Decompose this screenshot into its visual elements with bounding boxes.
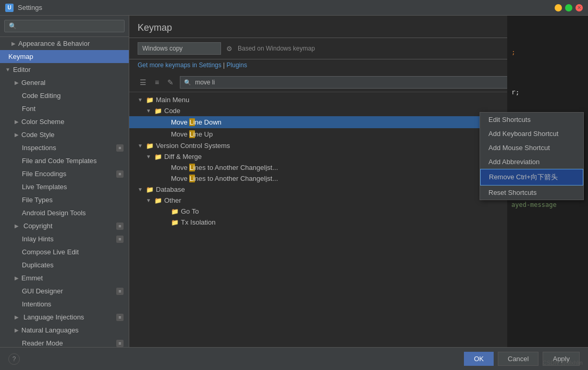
close-button[interactable]: ✕	[575, 4, 583, 11]
sidebar-item-label: File Encodings	[22, 170, 66, 178]
highlight-li: Li	[189, 118, 194, 126]
arrow-icon: ▶	[15, 327, 19, 333]
sidebar-item-label: Inlay Hints	[22, 235, 54, 243]
sidebar-item-duplicates[interactable]: Duplicates	[0, 258, 129, 272]
sidebar-item-compose-live-edit[interactable]: Compose Live Edit	[0, 245, 129, 258]
sidebar-item-inspections[interactable]: Inspections ≡	[0, 141, 129, 154]
sidebar-item-color-scheme[interactable]: ▶ Color Scheme	[0, 115, 129, 128]
sidebar-item-android-design-tools[interactable]: Android Design Tools	[0, 206, 129, 219]
inlay-hints-badge: ≡	[116, 236, 124, 243]
toggle-icon: ▼	[146, 198, 154, 203]
search-help-button[interactable]: ?	[569, 77, 580, 88]
keymap-based-on-label: Based on Windows keymap	[238, 45, 315, 52]
sidebar-item-label: Code Style	[21, 131, 55, 139]
sidebar-item-code-style[interactable]: ▶ Code Style	[0, 128, 129, 141]
toggle-icon: ▼	[138, 143, 146, 149]
sidebar-item-label: GUI Designer	[22, 287, 63, 295]
sidebar-item-file-types[interactable]: File Types	[0, 193, 129, 206]
sidebar-item-label: Reader Mode	[22, 339, 63, 347]
sidebar-item-label: Keymap	[8, 53, 33, 60]
tree-item-go-to[interactable]: 📁 Go To	[129, 206, 588, 217]
nav-arrows: ← →	[553, 22, 580, 33]
forward-button[interactable]: →	[567, 22, 580, 33]
sidebar-item-code-editing[interactable]: Code Editing	[0, 89, 129, 102]
apply-button[interactable]: Apply	[543, 352, 580, 366]
search-clear-icon[interactable]: ✕	[554, 78, 560, 87]
sidebar-item-label: Editor	[13, 66, 31, 73]
arrow-icon: ▶	[15, 275, 19, 281]
tree-item-label: Go To	[181, 207, 580, 215]
sidebar-item-copyright[interactable]: ▶ Copyright ≡	[0, 219, 129, 232]
tree-item-label: Tx Isolation	[181, 218, 580, 226]
sidebar-item-general[interactable]: ▶ General	[0, 76, 129, 89]
sidebar-item-intentions[interactable]: Intentions	[0, 298, 129, 311]
title-bar-controls: ✕	[555, 4, 583, 11]
title-bar: U Settings ✕	[0, 0, 588, 16]
sidebar-item-editor[interactable]: ▼ Editor	[0, 63, 129, 76]
sidebar-search-box	[0, 16, 129, 37]
sidebar-item-reader-mode[interactable]: Reader Mode ≡	[0, 337, 129, 347]
sidebar-item-label: Appearance & Behavior	[18, 40, 90, 47]
sidebar-item-appearance[interactable]: ▶ Appearance & Behavior	[0, 37, 129, 50]
sidebar-item-live-templates[interactable]: Live Templates	[0, 180, 129, 193]
sidebar-item-font[interactable]: Font	[0, 102, 129, 115]
tree-item-main-menu[interactable]: ▼ 📁 Main Menu	[129, 94, 588, 105]
toggle-icon: ▼	[138, 187, 146, 192]
panel-header: Keymap Reset ← →	[129, 16, 588, 38]
toggle-icon: ▼	[146, 108, 154, 114]
sidebar-item-file-code-templates[interactable]: File and Code Templates	[0, 154, 129, 167]
highlight-li: Li	[189, 130, 194, 138]
context-menu-item-add-keyboard-shortcut[interactable]: Add Keyboard Shortcut	[480, 127, 583, 141]
context-menu-item-reset-shortcuts[interactable]: Reset Shortcuts	[480, 186, 583, 200]
sidebar-item-label: Live Templates	[22, 183, 67, 191]
collapse-all-button[interactable]: ☰	[138, 77, 149, 88]
edit-shortcuts-button[interactable]: ✎	[165, 77, 176, 88]
toggle-icon: ▼	[138, 97, 146, 103]
folder-icon: 📁	[146, 96, 154, 104]
sidebar-search-input[interactable]	[4, 20, 125, 32]
arrow-icon: ▶	[15, 314, 19, 320]
sidebar-item-natural-languages[interactable]: ▶ Natural Languages	[0, 324, 129, 337]
keymap-select-wrapper: Windows copy Default Mac OS X Emacs	[138, 42, 221, 55]
folder-icon: 📁	[154, 197, 162, 204]
back-button[interactable]: ←	[553, 22, 565, 33]
gear-icon[interactable]: ⚙	[226, 45, 232, 53]
sidebar-item-inlay-hints[interactable]: Inlay Hints ≡	[0, 232, 129, 245]
keymap-select[interactable]: Windows copy Default Mac OS X Emacs	[138, 42, 221, 55]
sidebar-item-label: Natural Languages	[21, 326, 79, 334]
title-bar-title: Settings	[18, 4, 42, 11]
expand-all-button[interactable]: ≡	[153, 77, 161, 88]
context-menu: Edit Shortcuts Add Keyboard Shortcut Add…	[480, 112, 584, 200]
arrow-icon: ▼	[5, 67, 10, 72]
cancel-button[interactable]: Cancel	[498, 352, 538, 366]
tree-item-tx-isolation[interactable]: 📁 Tx Isolation	[129, 217, 588, 228]
sidebar-item-language-injections[interactable]: ▶ Language Injections ≡	[0, 311, 129, 324]
arrow-icon: ▶	[15, 119, 19, 125]
sidebar-item-emmet[interactable]: ▶ Emmet	[0, 272, 129, 285]
get-more-keymaps-link[interactable]: Get more keymaps in Settings	[138, 61, 222, 69]
context-menu-item-remove-ctrl-shortcut[interactable]: Remove Ctrl+向下箭头	[480, 169, 583, 186]
plugins-link[interactable]: Plugins	[227, 61, 247, 69]
reader-mode-badge: ≡	[116, 340, 124, 347]
context-menu-item-add-abbreviation[interactable]: Add Abbreviation	[480, 155, 583, 169]
sidebar-item-label: File and Code Templates	[22, 157, 97, 165]
help-button[interactable]: ?	[8, 353, 20, 365]
maximize-button[interactable]	[565, 4, 572, 11]
sidebar-item-label: Emmet	[21, 274, 43, 282]
tree-item-label: Main Menu	[156, 96, 580, 104]
sidebar-item-gui-designer[interactable]: GUI Designer ≡	[0, 285, 129, 298]
arrow-icon: ▶	[15, 132, 19, 138]
sidebar-item-label: General	[21, 79, 45, 87]
sidebar-item-file-encodings[interactable]: File Encodings ≡	[0, 167, 129, 180]
folder-icon: 📁	[154, 107, 162, 115]
sidebar: ▶ Appearance & Behavior Keymap ▼ Editor …	[0, 16, 129, 347]
context-menu-item-add-mouse-shortcut[interactable]: Add Mouse Shortcut	[480, 141, 583, 155]
context-menu-item-edit-shortcuts[interactable]: Edit Shortcuts	[480, 113, 583, 127]
sidebar-item-keymap[interactable]: Keymap	[0, 50, 129, 63]
minimize-button[interactable]	[555, 4, 562, 11]
highlight-li: Li	[189, 175, 194, 182]
toggle-icon: ▼	[146, 154, 154, 159]
tree-search-input[interactable]	[180, 76, 565, 89]
reset-link[interactable]: Reset	[530, 24, 547, 32]
ok-button[interactable]: OK	[464, 352, 494, 366]
